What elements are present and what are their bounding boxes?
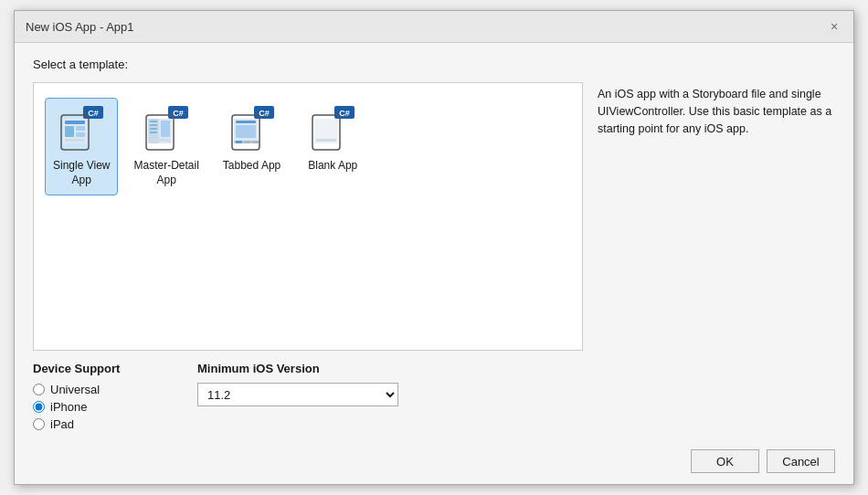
dialog-content: Select a template: C# [15,43,853,484]
radio-ipad[interactable]: iPad [33,417,197,431]
svg-rect-14 [150,121,157,122]
device-radio-group: Universal iPhone iPad [33,383,197,431]
master-detail-label: Master-DetailApp [133,159,198,187]
new-ios-app-dialog: New iOS App - App1 × Select a template: … [14,10,854,485]
svg-rect-5 [65,126,74,137]
svg-rect-18 [161,121,170,137]
svg-rect-27 [236,141,242,143]
ok-button[interactable]: OK [691,449,759,473]
bottom-section: Device Support Universal iPhone iPad [33,362,835,435]
template-blank[interactable]: C# Blank App [296,98,369,182]
ios-version-title: Minimum iOS Version [197,362,835,375]
template-single-view[interactable]: C# Sing [45,98,118,195]
single-view-icon: C# [58,106,105,153]
main-area: C# Sing [33,82,835,351]
svg-rect-15 [150,124,157,126]
svg-text:C#: C# [88,109,99,118]
template-tabbed[interactable]: C# Tabb [215,98,289,182]
svg-rect-4 [65,121,85,124]
tabbed-label: Tabbed App [223,159,281,174]
svg-rect-28 [244,141,250,143]
svg-rect-6 [76,126,85,131]
radio-universal-input[interactable] [33,384,45,395]
radio-iphone-input[interactable] [33,401,45,413]
title-bar: New iOS App - App1 × [15,11,853,43]
blank-icon: C# [309,106,356,153]
svg-rect-7 [76,132,85,137]
device-support-section: Device Support Universal iPhone iPad [33,362,197,431]
svg-rect-19 [150,139,170,142]
svg-rect-25 [236,125,256,138]
radio-universal-label: Universal [50,383,100,396]
svg-rect-29 [252,141,259,143]
radio-ipad-label: iPad [50,417,74,431]
svg-text:C#: C# [173,109,184,118]
tabbed-icon: C# [228,106,276,153]
ios-version-section: Minimum iOS Version 8.0 9.0 10.0 11.0 11… [197,362,835,406]
close-button[interactable]: × [826,18,842,35]
radio-iphone-label: iPhone [50,400,87,414]
radio-ipad-input[interactable] [33,418,45,430]
radio-iphone[interactable]: iPhone [33,400,197,414]
svg-rect-17 [150,132,157,133]
template-master-detail[interactable]: C# Mast [125,98,206,195]
svg-text:C#: C# [259,109,270,118]
svg-rect-24 [236,121,256,123]
svg-rect-16 [150,128,157,130]
svg-text:C#: C# [339,109,350,118]
cancel-button[interactable]: Cancel [767,449,835,473]
master-detail-icon: C# [143,106,190,153]
template-panel: C# Sing [33,82,583,351]
dialog-title: New iOS App - App1 [26,20,134,34]
template-grid: C# Sing [34,83,582,210]
blank-label: Blank App [308,159,357,174]
ios-version-select[interactable]: 8.0 9.0 10.0 11.0 11.1 11.2 11.3 [197,383,398,406]
radio-universal[interactable]: Universal [33,383,197,396]
svg-rect-8 [65,139,85,142]
single-view-label: Single ViewApp [53,159,110,187]
device-support-title: Device Support [33,362,197,375]
template-description: An iOS app with a Storyboard file and si… [598,88,831,135]
description-panel: An iOS app with a Storyboard file and si… [598,82,835,351]
svg-rect-34 [316,139,336,142]
button-row: OK Cancel [33,446,835,473]
select-template-label: Select a template: [33,58,835,71]
